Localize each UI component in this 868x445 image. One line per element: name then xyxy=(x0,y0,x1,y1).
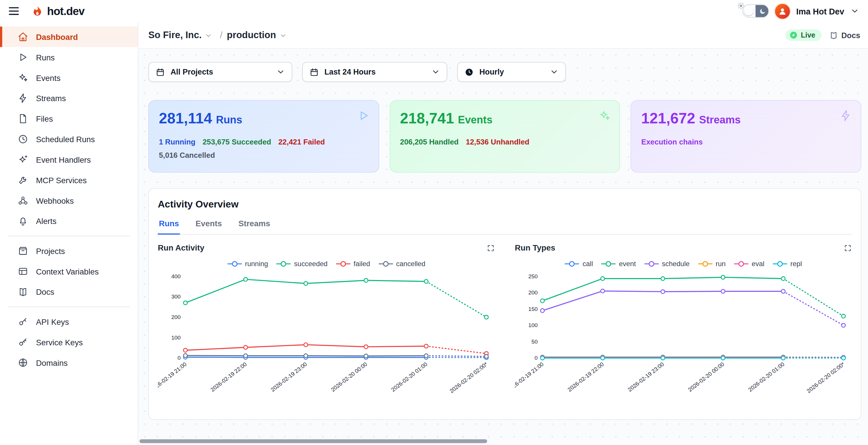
sidebar-item-mcp-services[interactable]: MCP Services xyxy=(0,170,138,190)
events-stat-card: 218,741Events 206,205 Handled 12,536 Unh… xyxy=(390,100,620,173)
run-activity-chart: Run Activity runningsucceededfailedcance… xyxy=(158,243,495,403)
sidebar-item-service-keys[interactable]: Service Keys xyxy=(0,332,138,353)
legend-item-event[interactable]: event xyxy=(601,260,636,268)
expand-icon[interactable] xyxy=(487,244,495,252)
play-icon xyxy=(18,52,28,62)
theme-toggle[interactable] xyxy=(738,4,769,18)
sidebar-item-docs[interactable]: Docs xyxy=(0,282,138,302)
breadcrumb-env[interactable]: production xyxy=(227,29,276,40)
sidebar-item-scheduled-runs[interactable]: Scheduled Runs xyxy=(0,129,138,149)
docs-label: Docs xyxy=(841,31,861,40)
legend-marker xyxy=(644,261,659,267)
interval-filter-select[interactable]: Hourly xyxy=(457,62,565,82)
sidebar-item-dashboard[interactable]: Dashboard xyxy=(0,27,138,47)
events-unit: Events xyxy=(458,114,492,125)
sidebar-item-label: Event Handlers xyxy=(36,155,91,164)
legend-item-failed[interactable]: failed xyxy=(336,260,370,268)
svg-text:2026-02-19 21:00: 2026-02-19 21:00 xyxy=(158,361,188,393)
legend-marker xyxy=(378,261,393,267)
sidebar-item-alerts[interactable]: Alerts xyxy=(0,211,138,231)
expand-icon[interactable] xyxy=(844,244,852,252)
sidebar-item-label: MCP Services xyxy=(36,176,87,185)
legend-item-running[interactable]: running xyxy=(227,260,268,268)
avatar[interactable] xyxy=(775,3,790,19)
svg-text:300: 300 xyxy=(171,294,180,300)
app-logo[interactable]: hot.dev xyxy=(31,5,85,17)
svg-text:0: 0 xyxy=(178,355,181,361)
breadcrumb-org[interactable]: So Fire, Inc. xyxy=(148,29,202,40)
tab-events[interactable]: Events xyxy=(194,219,223,235)
key-icon xyxy=(18,316,28,327)
sidebar-item-label: Files xyxy=(36,114,53,123)
events-count: 218,741 xyxy=(400,110,454,127)
legend-item-cancelled[interactable]: cancelled xyxy=(378,260,425,268)
svg-text:100: 100 xyxy=(171,335,180,341)
svg-text:200: 200 xyxy=(171,314,180,320)
user-name[interactable]: Ima Hot Dev xyxy=(796,6,844,16)
svg-text:2026-02-19 21:00: 2026-02-19 21:00 xyxy=(515,361,545,393)
legend-item-schedule[interactable]: schedule xyxy=(644,260,690,268)
sidebar-item-files[interactable]: Files xyxy=(0,108,138,129)
chart-legend: calleventschedulerunevalrepl xyxy=(515,260,852,268)
sidebar-item-runs[interactable]: Runs xyxy=(0,47,138,68)
chevron-down-icon[interactable] xyxy=(205,32,212,39)
live-status-badge[interactable]: Live xyxy=(785,29,821,41)
docs-link[interactable]: Docs xyxy=(829,31,861,40)
menu-button[interactable] xyxy=(9,4,24,18)
flame-icon xyxy=(31,5,44,17)
legend-marker xyxy=(565,261,580,267)
legend-marker xyxy=(773,261,787,267)
tab-runs[interactable]: Runs xyxy=(158,219,180,235)
events-handled-stat: 206,205 Handled xyxy=(400,138,459,146)
svg-text:2026-02-19 22:00: 2026-02-19 22:00 xyxy=(210,361,248,393)
svg-text:2026-02-19 22:00: 2026-02-19 22:00 xyxy=(566,361,605,393)
legend-item-run[interactable]: run xyxy=(698,260,726,268)
streams-subtitle: Execution chains xyxy=(641,138,703,146)
runs-running-stat: 1 Running xyxy=(159,138,195,146)
project-filter-select[interactable]: All Projects xyxy=(148,62,292,82)
sidebar-item-streams[interactable]: Streams xyxy=(0,88,138,108)
legend-item-repl[interactable]: repl xyxy=(773,260,802,268)
moon-icon xyxy=(759,7,766,17)
svg-text:2026-02-20 01:00: 2026-02-20 01:00 xyxy=(747,361,785,393)
svg-text:2026-02-20 01:00: 2026-02-20 01:00 xyxy=(390,361,429,393)
panel-title: Activity Overview xyxy=(158,198,852,210)
chevron-down-icon xyxy=(276,68,285,76)
sidebar-item-label: Webhooks xyxy=(36,196,74,205)
legend-item-succeeded[interactable]: succeeded xyxy=(276,260,328,268)
clock-icon xyxy=(464,67,474,77)
main-content: So Fire, Inc. / production Live xyxy=(138,22,868,445)
legend-item-call[interactable]: call xyxy=(565,260,593,268)
sidebar-item-events[interactable]: Events xyxy=(0,68,138,88)
sidebar-item-webhooks[interactable]: Webhooks xyxy=(0,190,138,211)
horizontal-scrollbar-thumb[interactable] xyxy=(140,439,487,443)
table-icon xyxy=(18,266,28,277)
time-range-filter-select[interactable]: Last 24 Hours xyxy=(302,62,447,82)
sidebar-divider xyxy=(8,236,130,236)
streams-unit: Streams xyxy=(699,114,741,125)
sidebar: Dashboard Runs Events Streams xyxy=(0,22,138,445)
tab-streams[interactable]: Streams xyxy=(237,219,271,235)
sidebar-item-api-keys[interactable]: API Keys xyxy=(0,312,138,332)
calendar-icon xyxy=(156,67,165,77)
streams-stat-card: 121,672Streams Execution chains xyxy=(631,100,861,173)
runs-count: 281,114 xyxy=(159,110,212,127)
wrench-icon xyxy=(18,175,28,185)
clock-icon xyxy=(18,134,28,144)
sidebar-item-label: Runs xyxy=(36,53,55,62)
chart-legend: runningsucceededfailedcancelled xyxy=(158,260,495,268)
sidebar-item-event-handlers[interactable]: Event Handlers xyxy=(0,149,138,170)
bell-icon xyxy=(18,216,28,226)
chevron-down-icon[interactable] xyxy=(279,32,286,39)
chevron-down-icon[interactable] xyxy=(850,7,859,15)
lightning-icon xyxy=(840,109,852,124)
sidebar-item-domains[interactable]: Domains xyxy=(0,353,138,373)
sidebar-item-projects[interactable]: Projects xyxy=(0,241,138,261)
play-icon xyxy=(358,109,370,124)
time-range-filter-value: Last 24 Hours xyxy=(324,68,376,76)
sidebar-item-label: Service Keys xyxy=(36,338,83,347)
sidebar-item-label: Alerts xyxy=(36,217,56,226)
sidebar-item-context-variables[interactable]: Context Variables xyxy=(0,261,138,282)
sidebar-item-label: Projects xyxy=(36,247,65,255)
legend-item-eval[interactable]: eval xyxy=(734,260,764,268)
